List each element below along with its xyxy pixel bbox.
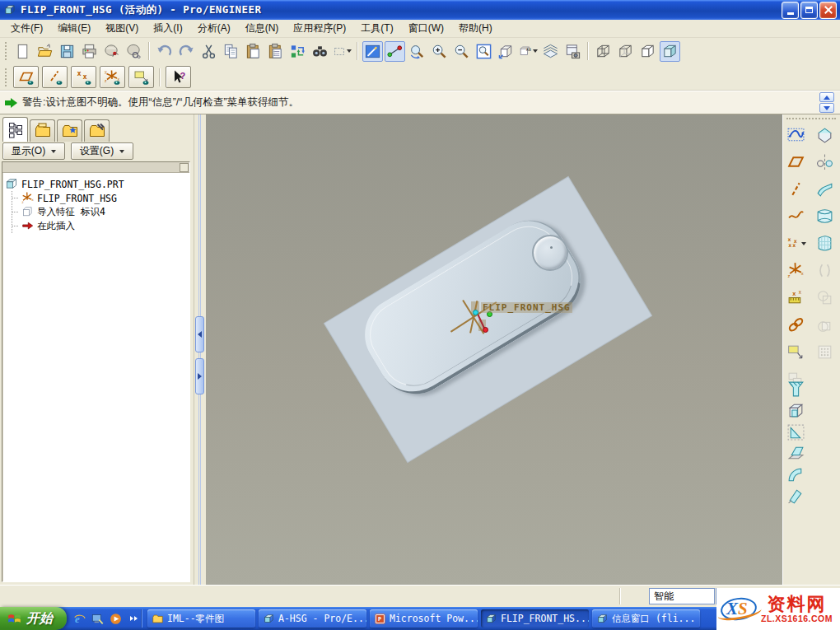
model-tree-tab[interactable] xyxy=(2,117,28,142)
reorient-button[interactable] xyxy=(407,41,427,62)
save-button[interactable] xyxy=(57,41,77,62)
message-scroll-up-button[interactable] xyxy=(819,92,834,102)
panel-splitter[interactable] xyxy=(194,114,206,585)
show-desktop-quick-launch-button[interactable] xyxy=(91,612,105,626)
favorites-tab[interactable] xyxy=(57,119,82,142)
measure-button[interactable]: xx xyxy=(785,287,807,309)
undo-button[interactable] xyxy=(154,41,175,62)
fill-button[interactable] xyxy=(814,232,836,254)
toolbar-grip[interactable] xyxy=(5,42,8,60)
toolbar-grip[interactable] xyxy=(5,68,8,86)
cut-button[interactable] xyxy=(198,41,219,62)
copy-button[interactable] xyxy=(221,41,241,62)
ie-quick-launch-button[interactable]: e xyxy=(72,612,86,626)
quick-launch-overflow-chevron[interactable] xyxy=(130,616,138,621)
menu-item[interactable]: 应用程序(P) xyxy=(286,20,353,37)
expand-panel-button[interactable] xyxy=(195,358,204,394)
taskbar-task-button[interactable]: FLIP_FRONT_HS... xyxy=(481,609,589,628)
graphics-viewport[interactable]: FLIP_FRONT_HSG xyxy=(206,114,782,585)
media-player-quick-launch-button[interactable] xyxy=(109,612,123,626)
start-button[interactable]: 开始 xyxy=(0,607,67,630)
tree-item[interactable]: 导入特征 标识4 xyxy=(12,205,188,219)
dropdown-arrow-icon[interactable] xyxy=(533,49,538,53)
model-circular-feature[interactable] xyxy=(532,235,568,271)
cube-wireframe-button[interactable] xyxy=(593,41,614,62)
cube-hidden-line-button[interactable] xyxy=(615,41,636,62)
tree-item[interactable]: FLIP_FRONT_HSG.PRT xyxy=(5,177,188,191)
minimize-button[interactable] xyxy=(782,2,799,19)
shell-button[interactable] xyxy=(785,399,807,422)
tree-header-box[interactable] xyxy=(180,163,189,172)
menu-item[interactable]: 窗口(W) xyxy=(401,20,451,37)
dropdown-arrow-icon[interactable] xyxy=(347,49,352,53)
menu-item[interactable]: 文件(F) xyxy=(3,20,50,37)
close-button[interactable] xyxy=(819,2,837,19)
sweep-button[interactable] xyxy=(814,178,836,200)
link-button[interactable] xyxy=(785,314,807,336)
datum-point-display-button[interactable]: xx xyxy=(71,66,96,88)
view-manager-button[interactable] xyxy=(562,41,583,62)
regenerate-button[interactable] xyxy=(287,41,308,62)
menu-item[interactable]: 视图(V) xyxy=(98,20,146,37)
note-button[interactable] xyxy=(785,341,807,363)
taskbar-task-button[interactable]: IML--零件图 xyxy=(147,609,255,628)
cube-no-hidden-button[interactable] xyxy=(637,41,658,62)
redo-button[interactable] xyxy=(176,41,197,62)
tree-item[interactable]: 在此插入 xyxy=(12,219,188,233)
taskbar-task-button[interactable]: A-HSG - Pro/E... xyxy=(259,609,366,628)
datum-plane-display-button[interactable] xyxy=(13,66,39,88)
zoom-out-button[interactable] xyxy=(451,41,472,62)
menu-item[interactable]: 分析(A) xyxy=(190,20,238,37)
hole-button[interactable] xyxy=(785,378,807,400)
mirror-button[interactable] xyxy=(814,151,836,173)
select-box-button[interactable] xyxy=(332,41,352,62)
menu-item[interactable]: 工具(T) xyxy=(353,20,400,37)
layer-tab[interactable] xyxy=(30,119,55,142)
layers-button[interactable] xyxy=(540,41,561,62)
paste-button[interactable] xyxy=(243,41,264,62)
cube-shaded-button[interactable] xyxy=(660,41,680,62)
draft-button[interactable] xyxy=(785,442,807,464)
menu-item[interactable]: 插入(I) xyxy=(146,20,189,37)
taskbar-task-button[interactable]: 信息窗口 (fli... xyxy=(592,609,700,628)
menu-item[interactable]: 信息(N) xyxy=(238,20,287,37)
csys-button[interactable]: xz xyxy=(785,259,807,282)
paste-special-button[interactable] xyxy=(265,41,286,62)
show-dropdown-button[interactable]: 显示(O) xyxy=(2,142,65,160)
refit-button[interactable] xyxy=(474,41,494,62)
new-file-button[interactable] xyxy=(12,41,33,62)
view-setting-button[interactable]: AB xyxy=(518,41,539,62)
datum-curve-button[interactable] xyxy=(785,205,807,227)
collapse-panel-button[interactable] xyxy=(195,316,204,352)
selection-filter-combobox[interactable]: 智能 xyxy=(649,588,715,604)
menu-item[interactable]: 帮助(H) xyxy=(451,20,500,37)
datum-axis-display-button[interactable] xyxy=(42,66,68,88)
history-tab[interactable] xyxy=(84,119,110,142)
rib-button[interactable] xyxy=(785,421,807,443)
sketcher-display-button[interactable] xyxy=(362,41,383,62)
find-button[interactable] xyxy=(310,41,330,62)
boundary-blend-button[interactable] xyxy=(814,205,836,227)
tree-item[interactable]: xzFLIP_FRONT_HSG xyxy=(12,191,188,205)
message-scroll-down-button[interactable] xyxy=(819,103,834,113)
zoom-in-button[interactable] xyxy=(429,41,450,62)
print-button[interactable] xyxy=(79,41,100,62)
datum-plane-button[interactable] xyxy=(785,151,807,173)
csys-display-button[interactable]: yzx xyxy=(100,66,125,88)
taskbar-task-button[interactable]: PMicrosoft Pow... xyxy=(370,609,478,628)
restore-button[interactable] xyxy=(800,2,818,19)
spin-center-button[interactable] xyxy=(385,41,405,62)
extrude-button[interactable] xyxy=(814,124,836,146)
erase-display-button[interactable] xyxy=(124,41,144,62)
title-bar[interactable]: FLIP_FRONT_HSG (活动的) - Pro/ENGINEER xyxy=(0,0,840,20)
dropdown-arrow-icon[interactable] xyxy=(801,242,806,245)
round-button[interactable] xyxy=(785,464,807,486)
send-email-button[interactable] xyxy=(101,41,122,62)
context-help-button[interactable]: ? xyxy=(166,66,191,88)
saved-views-button[interactable] xyxy=(496,41,516,62)
style-tool-button[interactable] xyxy=(785,124,807,146)
settings-dropdown-button[interactable]: 设置(G) xyxy=(71,142,133,160)
annotation-display-button[interactable] xyxy=(128,66,154,88)
chamfer-button[interactable] xyxy=(785,485,807,507)
datum-point-button[interactable]: xxxx xyxy=(785,232,807,254)
